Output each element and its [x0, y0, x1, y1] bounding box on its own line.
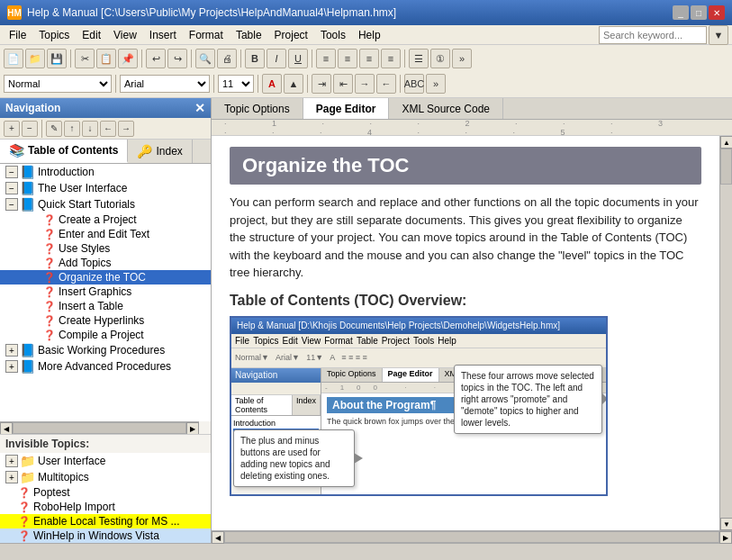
- tree-item-user-interface-inv[interactable]: + 📁 User Interface: [0, 453, 211, 469]
- menu-format[interactable]: Format: [184, 27, 229, 43]
- tree-item-create-project[interactable]: ❓ Create a Project: [0, 212, 211, 227]
- tab-xml-source[interactable]: XML Source Code: [389, 98, 503, 119]
- menu-topics[interactable]: Topics: [33, 27, 75, 43]
- nav-right-button[interactable]: →: [118, 121, 134, 137]
- scroll-left-btn[interactable]: ◀: [0, 422, 13, 435]
- search-input[interactable]: [599, 26, 707, 44]
- underline-button[interactable]: U: [288, 49, 308, 68]
- tree-item-organize-toc[interactable]: ❓ Organize the TOC: [0, 270, 211, 285]
- tree-item-poptest[interactable]: ❓ Poptest: [0, 485, 211, 500]
- tree-toggle-ui-inv[interactable]: +: [5, 455, 18, 467]
- scroll-thumb-v[interactable]: [720, 149, 732, 185]
- nav-down-button[interactable]: ↓: [82, 121, 98, 137]
- more2-button[interactable]: »: [426, 74, 446, 94]
- tree-item-multitopics[interactable]: + 📁 Multitopics: [0, 469, 211, 485]
- print-button[interactable]: 🖨: [217, 49, 237, 68]
- paste-button[interactable]: 📌: [118, 49, 138, 68]
- scroll-up-btn[interactable]: ▲: [720, 136, 732, 149]
- new-button[interactable]: 📄: [4, 49, 23, 68]
- undo-button[interactable]: ↩: [146, 49, 166, 68]
- menu-project[interactable]: Project: [269, 27, 313, 43]
- indent-button[interactable]: ⇥: [312, 74, 331, 94]
- tree-item-enter-edit-text[interactable]: ❓ Enter and Edit Text: [0, 227, 211, 241]
- tree-item-add-topics[interactable]: ❓ Add Topics: [0, 256, 211, 270]
- style-selector[interactable]: Normal: [4, 75, 112, 93]
- nav-up-button[interactable]: ↑: [64, 121, 80, 137]
- menu-view[interactable]: View: [108, 27, 142, 43]
- tree-item-more-advanced[interactable]: + 📘 More Advanced Procedures: [0, 358, 211, 375]
- ui-inv-label: User Interface: [38, 455, 105, 467]
- align-right-button[interactable]: ≡: [359, 49, 379, 68]
- tree-toggle-quick-start[interactable]: −: [5, 198, 18, 211]
- cut-button[interactable]: ✂: [75, 49, 95, 68]
- numbered-list-button[interactable]: ①: [430, 49, 450, 68]
- menu-edit[interactable]: Edit: [77, 27, 106, 43]
- tree-item-robohelp[interactable]: ❓ RoboHelp Import: [0, 500, 211, 514]
- tree-item-enable-local[interactable]: ❓ Enable Local Testing for MS ...: [0, 514, 211, 528]
- nav-remove-button[interactable]: −: [22, 121, 38, 137]
- list-button[interactable]: ☰: [409, 49, 429, 68]
- decrease-indent-button[interactable]: ←: [376, 74, 396, 94]
- content-scroll-left[interactable]: ◀: [212, 531, 224, 544]
- content-scrollbar-v[interactable]: ▲ ▼: [719, 136, 732, 530]
- tree-toggle-basic[interactable]: +: [5, 344, 18, 357]
- highlight-button[interactable]: ▲: [284, 74, 303, 94]
- tree-toggle-multitopics[interactable]: +: [5, 471, 18, 483]
- align-left-button[interactable]: ≡: [316, 49, 336, 68]
- nav-add-button[interactable]: +: [4, 121, 20, 137]
- bold-button[interactable]: B: [245, 49, 265, 68]
- content-scrollbar-h[interactable]: ◀ ▶: [212, 530, 732, 543]
- search-button[interactable]: ▼: [709, 25, 728, 45]
- size-selector[interactable]: 11: [218, 75, 254, 93]
- nav-tab-index[interactable]: 🔑 Index: [128, 140, 192, 163]
- align-justify-button[interactable]: ≡: [381, 49, 401, 68]
- increase-indent-button[interactable]: →: [355, 74, 375, 94]
- tree-item-winhelp[interactable]: ❓ WinHelp in Windows Vista: [0, 528, 211, 543]
- close-button[interactable]: ✕: [709, 5, 725, 20]
- scroll-thumb-h[interactable]: [13, 422, 186, 434]
- more-button[interactable]: »: [452, 49, 472, 68]
- menu-file[interactable]: File: [4, 27, 32, 43]
- menu-table[interactable]: Table: [230, 27, 267, 43]
- tree-item-user-interface[interactable]: − 📘 The User Interface: [0, 180, 211, 196]
- nav-edit-button[interactable]: ✎: [46, 121, 62, 137]
- main-layout: Navigation ✕ + − ✎ ↑ ↓ ← → 📚 Table of Co…: [0, 98, 732, 543]
- tree-item-basic-working[interactable]: + 📘 Basic Working Procedures: [0, 342, 211, 358]
- tree-item-insert-table[interactable]: ❓ Insert a Table: [0, 299, 211, 313]
- font-color-button[interactable]: A: [262, 74, 282, 94]
- find-button[interactable]: 🔍: [195, 49, 215, 68]
- tab-page-editor[interactable]: Page Editor: [303, 98, 390, 119]
- tree-toggle-introduction[interactable]: −: [5, 166, 18, 178]
- redo-button[interactable]: ↪: [167, 49, 187, 68]
- font-selector[interactable]: Arial: [120, 75, 210, 93]
- spell-button[interactable]: ABC: [404, 74, 424, 94]
- tree-toggle-user-interface[interactable]: −: [5, 182, 18, 194]
- tab-topic-options[interactable]: Topic Options: [212, 98, 303, 119]
- menu-help[interactable]: Help: [353, 27, 386, 43]
- tree-item-insert-graphics[interactable]: ❓ Insert Graphics: [0, 285, 211, 299]
- nav-close-button[interactable]: ✕: [194, 101, 205, 115]
- italic-button[interactable]: I: [267, 49, 286, 68]
- menu-tools[interactable]: Tools: [315, 27, 351, 43]
- minimize-button[interactable]: _: [673, 5, 689, 20]
- save-button[interactable]: 💾: [47, 49, 67, 68]
- tree-scrollbar-h[interactable]: ◀ ▶: [0, 421, 199, 434]
- tree-toggle-advanced[interactable]: +: [5, 360, 18, 373]
- content-scroll-thumb-h[interactable]: [224, 531, 719, 543]
- tree-item-compile-project[interactable]: ❓ Compile a Project: [0, 328, 211, 342]
- tree-item-introduction[interactable]: − 📘 Introduction: [0, 164, 211, 180]
- copy-button[interactable]: 📋: [96, 49, 116, 68]
- tree-item-quick-start[interactable]: − 📘 Quick Start Tutorials: [0, 196, 211, 212]
- scroll-right-btn[interactable]: ▶: [186, 422, 199, 435]
- maximize-button[interactable]: □: [691, 5, 707, 20]
- menu-insert[interactable]: Insert: [144, 27, 182, 43]
- outdent-button[interactable]: ⇤: [333, 74, 353, 94]
- nav-tab-toc[interactable]: 📚 Table of Contents: [0, 140, 128, 163]
- align-center-button[interactable]: ≡: [338, 49, 357, 68]
- open-button[interactable]: 📁: [25, 49, 45, 68]
- content-scroll-right[interactable]: ▶: [719, 531, 732, 544]
- scroll-down-btn[interactable]: ▼: [720, 518, 732, 530]
- tree-item-use-styles[interactable]: ❓ Use Styles: [0, 241, 211, 256]
- tree-item-create-hyperlinks[interactable]: ❓ Create Hyperlinks: [0, 313, 211, 328]
- nav-left-button[interactable]: ←: [100, 121, 116, 137]
